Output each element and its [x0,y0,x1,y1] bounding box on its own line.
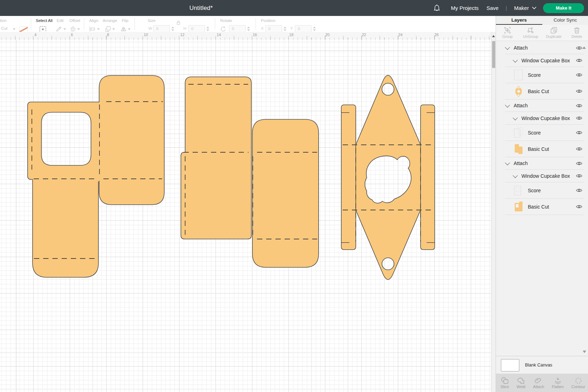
design-canvas[interactable] [0,40,491,392]
attach-paperclip-icon [534,377,543,384]
layer-item-window-cupcake-box[interactable]: Window Cupcake Box [505,170,584,182]
visibility-eye-icon[interactable] [576,188,582,193]
edit-label: Edit [57,18,64,23]
ruler-number: 22 [362,33,366,37]
operation-color-swatch[interactable] [19,27,28,32]
layer-item-window-cupcake-box[interactable]: Window Cupcake Box [505,112,584,125]
group-row-label: Attach [514,103,528,108]
visibility-eye-icon[interactable] [576,46,582,50]
make-it-button[interactable]: Make It [543,3,584,13]
attach-button[interactable]: Attach [533,377,544,389]
list-scroll-up-icon[interactable] [582,46,586,49]
list-scroll-down-icon[interactable] [583,351,586,353]
chevron-down-icon[interactable] [505,103,510,108]
operation-label-clipped: tion [0,18,7,23]
tab-color-sync[interactable]: Color Sync [542,16,588,25]
canvas-shape-window-cupcake-box-3[interactable] [341,75,435,280]
x-stepper[interactable] [282,25,287,33]
tab-layers[interactable]: Layers [496,16,542,25]
canvas-vertical-scrollbar[interactable] [491,32,496,392]
visibility-eye-icon[interactable] [576,147,582,151]
width-stepper[interactable] [170,25,175,33]
flip-icon[interactable] [120,26,127,32]
visibility-eye-icon[interactable] [576,130,582,135]
layer-score[interactable]: Score [505,67,584,83]
blank-canvas-thumbnail [501,359,519,371]
visibility-eye-icon[interactable] [576,89,582,93]
app-header: Untitled* My Projects Save | Maker Make … [0,0,588,16]
rotate-stepper[interactable] [246,25,251,33]
item-row-label: Window Cupcake Box [521,115,570,121]
notifications-bell-icon[interactable] [433,4,440,12]
height-stepper[interactable] [205,25,210,33]
height-input[interactable]: 0 [188,25,205,33]
duplicate-button[interactable]: Duplicate [542,25,565,41]
x-input[interactable]: 0 [266,25,282,33]
chevron-down-icon[interactable] [513,57,518,62]
width-input[interactable]: 0 [153,25,170,33]
ungroup-button[interactable]: UnGroup [519,25,542,41]
visibility-eye-icon[interactable] [576,116,582,120]
save-link[interactable]: Save [486,5,498,11]
y-input[interactable]: 0 [295,25,312,33]
delete-button[interactable]: Delete [565,25,588,41]
scrollbar-handle[interactable] [492,41,495,68]
layer-row-label: Basic Cut [528,89,549,94]
blank-canvas-row[interactable]: Blank Canvas [496,356,588,374]
ruler-number: 10 [144,33,148,37]
chevron-down-icon[interactable] [513,173,518,178]
basic-cut-thumbnail [514,143,524,155]
layer-group-attach[interactable]: Attach [505,42,584,54]
machine-selector[interactable]: Maker [514,5,529,11]
cricut-design-space-window: Untitled* My Projects Save | Maker Make … [0,0,588,392]
layer-basic-cut[interactable]: Basic Cut [505,199,584,215]
size-lock-icon[interactable] [176,20,181,25]
operation-dropdown[interactable]: Cut [1,26,7,30]
layer-group-attach[interactable]: Attach [505,100,584,112]
visibility-eye-icon[interactable] [576,204,582,209]
layer-group-attach[interactable]: Attach [505,157,584,170]
group-button[interactable]: Group [496,25,519,41]
duplicate-label: Duplicate [546,34,561,39]
contour-button[interactable]: Contour [571,377,585,389]
layer-score[interactable]: Score [505,125,584,141]
layer-row-label: Score [528,72,541,78]
visibility-eye-icon[interactable] [576,103,582,108]
slice-button[interactable]: Slice [501,377,509,389]
ruler-number: 24 [398,33,403,37]
rotate-input[interactable]: 0 [229,25,246,33]
machine-chevron-down-icon[interactable] [532,6,537,10]
layer-row-label: Score [528,188,541,193]
offset-icon[interactable] [70,26,76,32]
layer-basic-cut[interactable]: Basic Cut [505,83,584,100]
layer-row-label: Basic Cut [528,204,549,210]
visibility-eye-icon[interactable] [576,58,582,63]
visibility-eye-icon[interactable] [576,73,582,77]
flatten-button[interactable]: Flatten [552,377,564,389]
chevron-down-icon[interactable] [505,160,510,165]
document-title[interactable]: Untitled* [189,5,213,12]
chevron-down-icon[interactable] [505,45,510,50]
y-stepper[interactable] [312,25,316,33]
align-icon[interactable] [89,26,95,32]
visibility-eye-icon[interactable] [576,174,582,178]
ungroup-label: UnGroup [523,34,538,39]
contour-label: Contour [571,385,585,389]
position-label: Position [261,18,275,23]
edit-pencil-icon[interactable] [56,26,62,32]
layer-score[interactable]: Score [505,182,584,199]
layer-basic-cut[interactable]: Basic Cut [505,141,584,157]
canvas-shape-window-cupcake-box-1[interactable] [28,75,164,277]
my-projects-link[interactable]: My Projects [451,5,479,11]
combine-tools-toolbar: Slice Weld Attach Flatten [496,374,588,392]
canvas-shape-window-cupcake-box-2[interactable] [181,77,319,267]
scrollbar-up-arrow-icon[interactable] [492,35,495,37]
arrange-icon[interactable] [105,26,111,32]
visibility-eye-icon[interactable] [576,161,582,166]
rotate-icon[interactable] [220,26,227,32]
operation-caret-icon[interactable] [13,28,16,30]
layer-item-window-cupcake-box[interactable]: Window Cupcake Box [505,54,584,67]
rotate-label: Rotate [220,18,232,23]
weld-button[interactable]: Weld [516,377,525,389]
chevron-down-icon[interactable] [513,115,518,120]
